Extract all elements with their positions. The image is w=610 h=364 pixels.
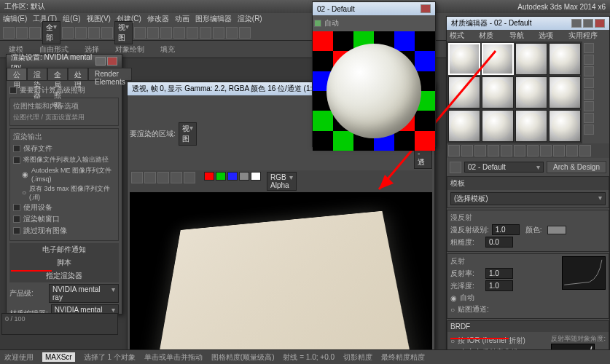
show-map-icon[interactable] <box>553 145 565 157</box>
assign-icon[interactable] <box>474 145 486 157</box>
go-forward-icon[interactable] <box>579 145 591 157</box>
pick-icon[interactable] <box>540 145 552 157</box>
material-slot[interactable] <box>515 76 547 108</box>
render-area[interactable]: 视图 <box>179 122 197 146</box>
clone-icon[interactable] <box>157 172 169 183</box>
material-slot[interactable] <box>549 110 581 142</box>
mat-side-tools[interactable] <box>582 41 595 143</box>
make-copy-icon[interactable] <box>501 145 512 157</box>
render-setup-title[interactable]: 渲染设置: NVIDIA mental ray <box>7 55 122 68</box>
render-tabs[interactable]: 公用 渲染器 全局照明 处理 Render Elements <box>7 68 122 81</box>
checkbox-icon[interactable] <box>13 215 20 223</box>
mat-menu-nav[interactable]: 导航(N) <box>509 31 533 41</box>
glossiness[interactable] <box>485 280 513 291</box>
close-icon[interactable] <box>595 19 605 28</box>
roughness[interactable] <box>485 237 513 248</box>
put-library-icon[interactable] <box>527 145 539 157</box>
material-slot[interactable] <box>515 110 547 142</box>
view-dropdown[interactable]: 视图 <box>114 21 133 44</box>
options-icon[interactable] <box>584 113 594 123</box>
menu-group[interactable]: 组(G) <box>63 14 80 24</box>
minimize-icon[interactable] <box>95 57 106 66</box>
reflectivity[interactable] <box>485 268 513 279</box>
minimize-icon[interactable] <box>571 19 582 28</box>
menu-render[interactable]: 渲染(R) <box>238 14 262 24</box>
menu-graph[interactable]: 图形编辑器 <box>195 14 232 24</box>
template-dropdown[interactable]: (选择模板) <box>450 192 606 205</box>
render-output[interactable] <box>130 192 432 364</box>
ribbon-populate[interactable]: 填充 <box>156 43 179 56</box>
select-icon[interactable] <box>62 27 74 39</box>
menu-views[interactable]: 视图(V) <box>87 14 111 24</box>
layers-icon[interactable] <box>187 27 198 39</box>
red-channel[interactable] <box>204 172 214 181</box>
render-icon[interactable] <box>239 27 251 39</box>
material-slot[interactable] <box>549 43 581 75</box>
checkbox-icon[interactable] <box>13 157 20 164</box>
production-renderer[interactable]: NVIDIA mental ray <box>49 284 119 303</box>
material-slot[interactable] <box>482 110 514 142</box>
tab-process[interactable]: 处理 <box>68 68 88 81</box>
backlight-icon[interactable] <box>584 55 594 65</box>
copy-icon[interactable] <box>144 172 156 183</box>
make-unique-icon[interactable] <box>514 145 525 157</box>
undo-icon[interactable] <box>3 27 15 39</box>
green-channel[interactable] <box>216 172 226 181</box>
rollout-templates[interactable]: 模板 <box>447 177 609 190</box>
maximize-icon[interactable] <box>583 19 593 28</box>
diffuse-level[interactable] <box>492 224 520 235</box>
close-icon[interactable] <box>421 4 431 13</box>
close-icon[interactable] <box>107 57 117 66</box>
put-to-scene-icon[interactable] <box>461 145 473 157</box>
save-checkbox[interactable] <box>13 145 20 152</box>
preview-title[interactable]: 02 - Default <box>313 2 435 15</box>
go-parent-icon[interactable] <box>566 145 578 157</box>
align-icon[interactable] <box>173 27 185 39</box>
auto-checkbox[interactable] <box>314 20 321 27</box>
rollout-script[interactable]: 脚本 <box>9 256 119 269</box>
material-slot[interactable] <box>515 43 547 75</box>
timeline[interactable]: 0 / 100 <box>1 313 118 335</box>
sample-type-icon[interactable] <box>584 43 594 53</box>
print-icon[interactable] <box>171 172 182 183</box>
angle-snap-icon[interactable] <box>147 27 159 39</box>
mat-editor-title[interactable]: 材质编辑器 - 02 - Default <box>447 17 609 30</box>
render-setup-icon[interactable] <box>226 27 238 39</box>
material-slot[interactable] <box>448 76 480 108</box>
rotate-icon[interactable] <box>88 27 100 39</box>
checkbox-icon[interactable] <box>9 87 17 94</box>
material-slot-2[interactable] <box>482 43 514 75</box>
tab-renderer[interactable]: 渲染器 <box>27 68 47 81</box>
preview-icon[interactable] <box>584 101 594 111</box>
eyedropper-icon[interactable] <box>450 162 461 173</box>
script-listener[interactable]: MAXScr <box>42 352 75 362</box>
reset-icon[interactable] <box>488 145 499 157</box>
channel-dropdown[interactable]: RGB Alpha <box>267 172 297 191</box>
tab-gi[interactable]: 全局照明 <box>47 68 68 81</box>
mat-menubar[interactable]: 模式(D) 材质(M) 导航(N) 选项(O) 实用程序(U) <box>447 30 609 41</box>
mat-menu-options[interactable]: 选项(O) <box>539 31 563 41</box>
snap-icon[interactable] <box>134 27 146 39</box>
rollout-email[interactable]: 电子邮件通知 <box>9 243 119 256</box>
material-slot[interactable] <box>482 76 514 108</box>
menu-modifiers[interactable]: 修改器 <box>147 14 169 24</box>
get-material-icon[interactable] <box>448 145 460 157</box>
mono-channel[interactable] <box>251 172 261 181</box>
move-icon[interactable] <box>75 27 87 39</box>
material-slot-1[interactable] <box>448 43 480 75</box>
diffuse-color[interactable] <box>547 226 566 234</box>
uv-tile-icon[interactable] <box>584 78 594 88</box>
frame-toolbar[interactable]: RGB Alpha <box>130 170 432 192</box>
mat-menu-mode[interactable]: 模式(D) <box>450 31 473 41</box>
material-name[interactable]: 02 - Default <box>464 162 544 173</box>
redo-icon[interactable] <box>16 27 28 39</box>
tab-elements[interactable]: Render Elements <box>88 68 132 81</box>
menu-animation[interactable]: 动画 <box>175 14 189 24</box>
video-check-icon[interactable] <box>584 90 594 100</box>
material-type-button[interactable]: Arch & Design <box>547 161 606 173</box>
background-icon[interactable] <box>584 66 594 76</box>
blue-channel[interactable] <box>227 172 238 181</box>
tab-common[interactable]: 公用 <box>7 68 27 81</box>
material-slots[interactable] <box>447 41 582 143</box>
rollout-brdf[interactable]: BRDF <box>447 321 609 332</box>
